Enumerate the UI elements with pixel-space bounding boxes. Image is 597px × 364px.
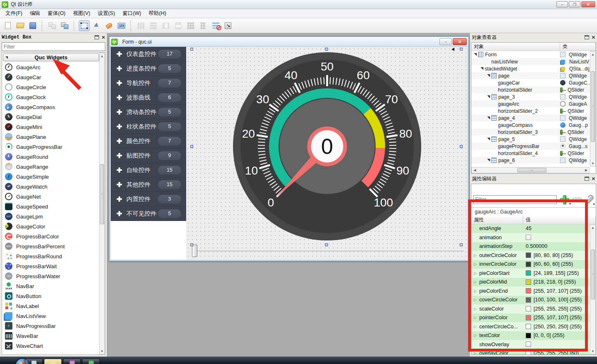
nav-item-其他控件[interactable]: ✚其他控件15	[111, 177, 186, 192]
tree-row-page_3[interactable]: page_3QWidge	[471, 93, 590, 100]
color-swatch[interactable]	[526, 279, 531, 285]
menu-item-1[interactable]: 文件(F)	[2, 9, 26, 18]
tree-row-page_5[interactable]: page_5QWidge	[471, 136, 590, 143]
selection-handle[interactable]	[460, 145, 463, 148]
widget-filter-input[interactable]	[2, 42, 105, 51]
checkbox[interactable]	[526, 235, 531, 240]
widget-box-scrollbar[interactable]: ▲ ▼	[99, 53, 105, 354]
property-row-innerCircleColor[interactable]: ▷innerCircleColor[60, 60, 60] (255)	[471, 260, 590, 269]
widget-item-gaugeplane[interactable]: GaugePlane	[3, 132, 99, 142]
save-icon[interactable]	[27, 20, 38, 31]
color-swatch[interactable]	[526, 315, 531, 320]
layout-horizontal-icon[interactable]	[136, 20, 146, 31]
selection-handle[interactable]	[325, 243, 328, 246]
expand-icon[interactable]	[487, 138, 490, 141]
property-value[interactable]: 0.500000	[526, 243, 547, 249]
tree-row-gaugeCompass[interactable]: gaugeCompassGaug...p	[471, 121, 590, 129]
widget-item-gaugenet[interactable]: GaugeNet	[3, 192, 99, 201]
menu-item-5[interactable]: 设置(S)	[94, 9, 119, 18]
property-row-outerCircleColor[interactable]: ▷outerCircleColor[80, 80, 80] (255)	[471, 251, 590, 260]
edit-buddies-icon[interactable]	[104, 20, 114, 31]
taskbar-app-3[interactable]	[63, 359, 81, 364]
column-value[interactable]: 值	[523, 216, 596, 224]
widget-item-gaugecolor[interactable]: GaugeColor	[3, 221, 99, 231]
widget-item-gaugesimple[interactable]: GaugeSimple	[3, 172, 99, 182]
form-canvas[interactable]: 01020304050607080901000	[186, 47, 467, 260]
color-swatch[interactable]	[526, 288, 531, 294]
tree-row-Form[interactable]: FormQWidge	[471, 51, 590, 58]
nav-item-柱状条控件[interactable]: ✚柱状条控件5	[111, 119, 186, 134]
expand-icon[interactable]: ▷	[474, 325, 478, 329]
property-row-pointerColor[interactable]: ▷pointerColor[255, 107, 107] (255)	[471, 313, 590, 323]
menu-item-7[interactable]: 帮助(H)	[145, 9, 170, 18]
menu-item-6[interactable]: 窗口(W)	[119, 9, 145, 18]
expand-icon[interactable]	[474, 53, 477, 56]
scroll-down-icon[interactable]: ▼	[100, 348, 104, 354]
selection-handle[interactable]	[325, 48, 328, 51]
expand-icon[interactable]: ▷	[474, 280, 478, 284]
widget-item-wavebar[interactable]: WaveBar	[3, 331, 99, 341]
selection-handle[interactable]	[190, 48, 193, 51]
form-title-bar[interactable]: Qt Form - quc.ui – ✕	[109, 37, 468, 47]
color-swatch[interactable]	[526, 297, 531, 303]
selection-handle[interactable]	[190, 145, 193, 148]
add-property-button[interactable]: ▼	[559, 194, 570, 204]
property-value[interactable]: [60, 60, 60] (255)	[534, 261, 573, 267]
expand-icon[interactable]: ▷	[474, 315, 478, 320]
maximize-button[interactable]: ❐	[569, 1, 580, 7]
nav-item-不可见控件[interactable]: ✚不可见控件5	[111, 206, 186, 221]
scroll-right-icon[interactable]: ▶	[583, 167, 589, 173]
property-value[interactable]: [255, 255, 255] (60)	[534, 350, 579, 354]
widget-item-navprogressbar[interactable]: +NavProgressBar	[3, 321, 99, 331]
menu-item-4[interactable]: 视图(V)	[69, 9, 94, 18]
float-dock-icon[interactable]	[95, 35, 99, 39]
property-row-endAngle[interactable]: endAngle45	[471, 224, 590, 233]
close-dock-icon[interactable]: ✕	[592, 35, 595, 40]
property-row-overlayColor[interactable]: ▷overlayColor[255, 255, 255] (60)	[471, 349, 590, 354]
taskbar-app-2[interactable]	[44, 359, 62, 364]
widget-item-gaugeround[interactable]: GaugeRound	[3, 152, 99, 162]
color-swatch[interactable]	[526, 333, 531, 338]
selection-handle[interactable]	[460, 243, 463, 246]
widget-item-gaugemini[interactable]: GaugeMini	[3, 122, 99, 132]
close-button[interactable]: ✕	[581, 1, 595, 7]
property-row-coverCircleColor[interactable]: ▷coverCircleColor[100, 100, 100] (255)	[471, 296, 590, 305]
expand-icon[interactable]: ▷	[474, 289, 478, 293]
widget-item-gaugearc[interactable]: GaugeArc	[3, 62, 99, 72]
tree-row-gaugeCar[interactable]: gaugeCarGaugeC...	[471, 79, 590, 86]
expand-icon[interactable]: ▷	[474, 307, 478, 311]
nav-item-颜色控件[interactable]: ✚颜色控件7	[111, 134, 186, 148]
property-filter-input[interactable]	[473, 195, 557, 204]
property-row-textColor[interactable]: ▷textColor[0, 0, 0] (255)	[471, 331, 590, 340]
widget-item-gaugeclock[interactable]: GaugeClock	[3, 92, 99, 102]
expand-icon[interactable]: ▷	[474, 262, 478, 266]
property-row-animationStep[interactable]: animationStep0.500000	[471, 242, 590, 251]
scroll-up-icon[interactable]: ▲	[590, 51, 595, 57]
form-close-button[interactable]: ✕	[453, 38, 467, 45]
tree-row-navListView[interactable]: navListViewNavListV	[471, 58, 590, 65]
nav-item-仪表盘控件[interactable]: ✚仪表盘控件17	[111, 47, 186, 61]
expand-icon[interactable]	[487, 116, 490, 119]
property-value[interactable]: [0, 0, 0] (255)	[534, 332, 564, 338]
horizontal-slider-track[interactable]	[192, 251, 464, 251]
widget-item-gaugedial[interactable]: GaugeDial	[3, 112, 99, 122]
expand-icon[interactable]	[481, 67, 483, 70]
inspector-hscrollbar[interactable]: ◀ ▶	[471, 167, 590, 173]
property-row-animation[interactable]: animation	[471, 233, 590, 243]
open-file-icon[interactable]	[15, 20, 26, 31]
property-value[interactable]: [250, 250, 250] (255)	[534, 324, 582, 330]
new-file-icon[interactable]	[2, 20, 13, 31]
color-swatch[interactable]	[526, 351, 531, 354]
widget-item-progressbarround[interactable]: ProgressBarRound	[3, 251, 99, 261]
menu-item-3[interactable]: 窗体(O)	[44, 9, 69, 18]
expand-icon[interactable]: ▷	[474, 351, 478, 354]
close-dock-icon[interactable]: ✕	[102, 35, 105, 40]
taskbar-app-4[interactable]	[82, 359, 100, 364]
property-row-pieColorMid[interactable]: ▷pieColorMid[218, 218, 0] (255)	[471, 278, 590, 287]
selection-handle[interactable]	[190, 243, 193, 246]
column-property[interactable]: 属性	[471, 216, 523, 224]
checkbox[interactable]	[526, 342, 531, 347]
widget-item-gaugerange[interactable]: GaugeRange	[3, 162, 99, 172]
tree-row-gaugeProgressBar[interactable]: gaugeProgressBarGaug...s	[471, 143, 590, 150]
widget-item-gaugespeed[interactable]: GaugeSpeed	[3, 201, 99, 211]
